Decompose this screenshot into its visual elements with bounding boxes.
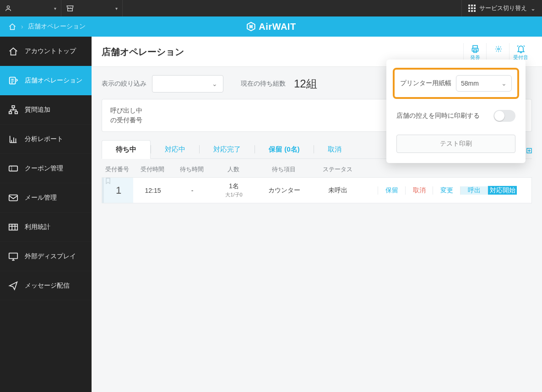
table-row: 1 12:15 - 1名 大1/子0 カウンター 未呼出 保留 取消 変更 呼出… bbox=[102, 177, 532, 203]
sidebar-label: 質問追加 bbox=[25, 106, 50, 114]
bookmark-icon bbox=[106, 178, 110, 184]
th-people: 人数 bbox=[211, 165, 255, 174]
action-change[interactable]: 変更 bbox=[433, 186, 460, 195]
sidebar-item-message[interactable]: メッセージ配信 bbox=[0, 271, 92, 300]
sidebar-item-mail[interactable]: メール管理 bbox=[0, 183, 92, 212]
sidebar-label: クーポン管理 bbox=[25, 164, 63, 173]
th-status: ステータス bbox=[312, 165, 363, 174]
sidebar-label: メッセージ配信 bbox=[25, 282, 70, 290]
ticket-list-icon bbox=[8, 76, 18, 86]
paper-width-row: プリンター用紙幅 58mm ⌄ bbox=[393, 68, 519, 99]
action-cancel[interactable]: 取消 bbox=[405, 186, 433, 195]
svg-rect-2 bbox=[12, 105, 15, 108]
tab-hold[interactable]: 保留 (0名) bbox=[255, 141, 314, 158]
action-hold[interactable]: 保留 bbox=[378, 186, 405, 195]
top-bar: ▾ ▾ サービス切り替え ⌄ bbox=[0, 0, 542, 16]
service-switch-label: サービス切り替え bbox=[479, 4, 527, 12]
tool-ticket[interactable]: 発券 bbox=[463, 43, 486, 61]
cell-wait: - bbox=[173, 178, 212, 203]
apps-grid-icon bbox=[468, 5, 476, 12]
store-icon bbox=[66, 5, 74, 12]
th-wait: 待ち時間 bbox=[172, 165, 211, 174]
duplicate-print-label: 店舗の控えを同時に印刷する bbox=[396, 112, 480, 120]
breadcrumb-sep: › bbox=[21, 23, 23, 30]
sidebar-item-store-operation[interactable]: 店舗オペレーション bbox=[0, 66, 92, 95]
main: 店舗オペレーション 発券 受付音 表示の絞り込み ⌄ bbox=[92, 37, 542, 392]
tab-cancel[interactable]: 取消 bbox=[314, 141, 355, 158]
chevron-down-icon: ▾ bbox=[115, 6, 118, 11]
sidebar-label: 外部ディスプレイ bbox=[25, 252, 76, 261]
cell-time: 12:15 bbox=[133, 178, 173, 203]
home-icon[interactable] bbox=[8, 23, 16, 30]
chevron-down-icon: ▾ bbox=[54, 6, 56, 11]
svg-rect-5 bbox=[9, 166, 17, 171]
paper-width-label: プリンター用紙幅 bbox=[400, 79, 451, 87]
chevron-down-icon: ⌄ bbox=[531, 5, 536, 12]
svg-rect-8 bbox=[9, 253, 17, 258]
tool-sound[interactable]: 受付音 bbox=[509, 43, 532, 61]
th-num: 受付番号 bbox=[102, 165, 133, 174]
th-item: 待ち項目 bbox=[255, 165, 312, 174]
sidebar-label: 分析レポート bbox=[25, 135, 63, 143]
brand-name: AirWAIT bbox=[259, 22, 296, 32]
svg-rect-6 bbox=[9, 195, 17, 201]
chevron-down-icon: ⌄ bbox=[501, 80, 507, 87]
brand-logo: AirWAIT bbox=[246, 22, 296, 32]
sidebar-item-coupon[interactable]: クーポン管理 bbox=[0, 154, 92, 183]
cell-status: 未呼出 bbox=[313, 178, 363, 203]
printer-settings-popover: プリンター用紙幅 58mm ⌄ 店舗の控えを同時に印刷する テスト印刷 bbox=[386, 60, 526, 163]
cell-item: カウンター bbox=[256, 178, 313, 203]
store-dropdown[interactable]: ▾ bbox=[61, 0, 123, 16]
page-title: 店舗オペレーション bbox=[102, 46, 184, 58]
sidebar-label: 利用統計 bbox=[25, 223, 50, 231]
chevron-down-icon: ⌄ bbox=[212, 80, 217, 87]
breadcrumb-current: 店舗オペレーション bbox=[28, 22, 86, 31]
table-header: 受付番号 受付時間 待ち時間 人数 待ち項目 ステータス bbox=[102, 163, 532, 177]
logo-icon bbox=[246, 22, 256, 32]
sidebar-item-report[interactable]: 分析レポート bbox=[0, 125, 92, 154]
monitor-icon bbox=[8, 251, 18, 261]
sidebar-item-add-question[interactable]: 質問追加 bbox=[0, 95, 92, 125]
cell-num: 1 bbox=[102, 178, 133, 203]
home-icon bbox=[8, 46, 18, 56]
wait-count-value: 12組 bbox=[294, 76, 317, 91]
cell-people: 1名 大1/子0 bbox=[212, 178, 256, 203]
chart-icon bbox=[8, 134, 18, 144]
user-dropdown[interactable]: ▾ bbox=[0, 0, 61, 16]
expand-icon bbox=[526, 148, 532, 153]
service-switch[interactable]: サービス切り替え ⌄ bbox=[461, 0, 542, 16]
svg-point-12 bbox=[498, 48, 499, 50]
svg-rect-9 bbox=[473, 46, 477, 49]
sidebar-label: アカウントトップ bbox=[25, 47, 76, 55]
bell-icon bbox=[509, 44, 532, 54]
svg-rect-3 bbox=[9, 111, 12, 114]
brand-bar: › 店舗オペレーション AirWAIT bbox=[0, 16, 542, 37]
tool-settings[interactable] bbox=[486, 43, 509, 61]
coupon-icon bbox=[8, 163, 18, 174]
sidebar-label: メール管理 bbox=[25, 194, 57, 202]
tree-icon bbox=[8, 105, 18, 115]
svg-point-0 bbox=[7, 6, 9, 8]
tab-done[interactable]: 対応完了 bbox=[200, 141, 255, 158]
action-start[interactable]: 対応開始 bbox=[488, 186, 517, 194]
gear-icon bbox=[495, 45, 502, 53]
breadcrumb: › 店舗オペレーション bbox=[0, 22, 86, 31]
sidebar-item-display[interactable]: 外部ディスプレイ bbox=[0, 242, 92, 271]
duplicate-print-toggle[interactable] bbox=[493, 110, 515, 122]
user-icon bbox=[5, 5, 12, 12]
table-icon bbox=[8, 222, 18, 232]
sidebar-item-stats[interactable]: 利用統計 bbox=[0, 212, 92, 242]
test-print-button[interactable]: テスト印刷 bbox=[396, 135, 515, 153]
duplicate-print-row: 店舗の控えを同時に印刷する bbox=[393, 99, 519, 125]
filter-dropdown[interactable]: ⌄ bbox=[152, 75, 223, 93]
filter-label: 表示の絞り込み bbox=[102, 80, 146, 88]
svg-rect-4 bbox=[15, 111, 17, 114]
sidebar-item-account-top[interactable]: アカウントトップ bbox=[0, 37, 92, 66]
mail-icon bbox=[8, 193, 18, 203]
paper-width-select[interactable]: 58mm ⌄ bbox=[456, 75, 512, 92]
printer-icon bbox=[464, 44, 486, 54]
tab-inprogress[interactable]: 対応中 bbox=[151, 141, 199, 158]
svg-rect-7 bbox=[9, 224, 17, 230]
action-call[interactable]: 呼出 bbox=[460, 186, 488, 195]
tab-waiting[interactable]: 待ち中 bbox=[102, 140, 151, 159]
